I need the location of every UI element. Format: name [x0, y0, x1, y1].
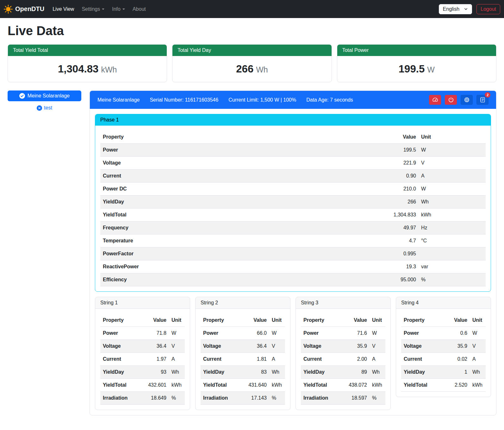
logout-button[interactable]: Logout — [476, 4, 500, 14]
table-row: Voltage35.9V — [301, 340, 385, 353]
total-yield-total-unit: kWh — [101, 65, 117, 74]
value-cell: 266 — [384, 196, 419, 209]
table-row: Power DC210.0W — [100, 183, 486, 196]
property-cell: Power — [301, 327, 345, 340]
table-row: YieldDay83Wh — [201, 366, 285, 379]
value-cell: 71.8 — [144, 327, 169, 340]
value-column-header: Value — [144, 314, 169, 327]
unit-cell: A — [370, 353, 385, 366]
table-row: Power66.0W — [201, 327, 285, 340]
selected-inverter-label: Meine Solaranlage — [28, 93, 70, 99]
string-card-header: String 4 — [396, 297, 491, 309]
table-header-row: Property Value Unit — [100, 314, 185, 327]
value-cell: 19.3 — [384, 260, 419, 273]
inverter-serial: Serial Number: 116171603546 — [150, 97, 218, 103]
total-yield-day-card: Total Yield Day 266Wh — [172, 44, 332, 82]
property-cell: Current — [201, 353, 245, 366]
property-cell: YieldDay — [401, 366, 445, 379]
total-power-value: 199.5 — [399, 63, 425, 75]
property-cell: Power — [201, 327, 245, 340]
unit-cell: % — [269, 392, 285, 405]
unit-cell: Wh — [269, 366, 285, 379]
language-select[interactable]: English — [439, 4, 472, 14]
property-cell: YieldDay — [301, 366, 345, 379]
property-cell: Voltage — [401, 340, 445, 353]
brand-label: OpenDTU — [15, 5, 44, 13]
unit-cell: A — [169, 353, 185, 366]
value-cell: 83 — [245, 366, 269, 379]
table-row: Current1.97A — [100, 353, 185, 366]
inverter-selector: Meine Solaranlage test — [8, 90, 81, 111]
eventlog-button[interactable]: 2 — [476, 95, 488, 105]
value-cell: 2.00 — [345, 353, 370, 366]
table-row: Power0.6W — [401, 327, 486, 340]
chevron-down-icon — [102, 9, 104, 10]
event-count-badge: 2 — [485, 92, 490, 98]
nav-item-settings[interactable]: Settings — [79, 4, 107, 15]
total-power-unit: W — [427, 65, 435, 74]
property-cell: ReactivePower — [100, 260, 384, 273]
property-cell: Irradiation — [201, 392, 245, 405]
property-column-header: Property — [201, 314, 245, 327]
speedometer-icon — [432, 97, 439, 103]
nav-item-about[interactable]: About — [130, 4, 148, 15]
value-cell: 89 — [345, 366, 370, 379]
table-row: Current1.81A — [201, 353, 285, 366]
string-1-card: String 1 Property Value Unit — [95, 297, 190, 410]
value-cell: 35.9 — [345, 340, 370, 353]
property-cell: Current — [100, 170, 384, 183]
string-card-header: String 1 — [95, 297, 190, 309]
table-row: Voltage35.9V — [401, 340, 486, 353]
table-row: PowerFactor0.995 — [100, 247, 486, 260]
table-row: YieldTotal431.640kWh — [201, 379, 285, 392]
brand[interactable]: OpenDTU — [4, 5, 44, 14]
value-cell: 93 — [144, 366, 169, 379]
table-row: Efficiency95.000% — [100, 273, 486, 286]
table-row: Frequency49.97Hz — [100, 221, 486, 234]
string-card-body: Property Value Unit Power71.6WVoltage35.… — [296, 309, 390, 410]
unit-column-header: Unit — [169, 314, 185, 327]
value-cell: 95.000 — [384, 273, 419, 286]
nav-item-info[interactable]: Info — [109, 4, 128, 15]
inverter-item-test[interactable]: test — [8, 105, 81, 111]
selected-inverter-button[interactable]: Meine Solaranlage — [8, 90, 81, 101]
phase-card-header: Phase 1 — [95, 114, 491, 126]
table-row: Irradiation18.649% — [100, 392, 185, 405]
nav-item-live-view[interactable]: Live View — [50, 4, 77, 15]
phase-card: Phase 1 Property Value Unit Power199.5WV… — [95, 114, 491, 292]
strings-grid: String 1 Property Value Unit — [95, 297, 491, 410]
unit-cell: V — [370, 340, 385, 353]
unit-column-header: Unit — [370, 314, 385, 327]
unit-cell: Hz — [419, 221, 486, 234]
unit-cell: W — [419, 183, 486, 196]
property-cell: Efficiency — [100, 273, 384, 286]
table-row: Irradiation17.143% — [201, 392, 285, 405]
unit-cell: % — [169, 392, 185, 405]
value-cell: 17.143 — [245, 392, 269, 405]
value-cell: 36.4 — [245, 340, 269, 353]
card-header: Total Power — [337, 45, 496, 56]
value-column-header: Value — [445, 314, 470, 327]
table-row: YieldTotal2.520kWh — [401, 379, 486, 392]
check-circle-icon — [19, 93, 25, 99]
value-cell: 36.4 — [144, 340, 169, 353]
limit-settings-button[interactable] — [429, 95, 441, 105]
unit-cell: W — [269, 327, 285, 340]
table-row: Power71.6W — [301, 327, 385, 340]
unit-cell: W — [470, 327, 486, 340]
device-info-button[interactable] — [461, 95, 473, 105]
property-cell: Power — [401, 327, 445, 340]
property-cell: YieldTotal — [100, 379, 144, 392]
property-column-header: Property — [100, 131, 384, 144]
property-cell: Temperature — [100, 234, 384, 247]
unit-cell: °C — [419, 234, 486, 247]
string-2-card: String 2 Property Value Unit — [195, 297, 290, 410]
total-yield-total-value: 1,304.83 — [58, 63, 98, 75]
chevron-down-icon — [464, 7, 468, 11]
table-header-row: Property Value Unit — [301, 314, 385, 327]
card-body: 1,304.83kWh — [8, 56, 167, 82]
value-column-header: Value — [345, 314, 370, 327]
power-settings-button[interactable] — [445, 95, 457, 105]
property-cell: Irradiation — [100, 392, 144, 405]
unit-cell — [419, 247, 486, 260]
